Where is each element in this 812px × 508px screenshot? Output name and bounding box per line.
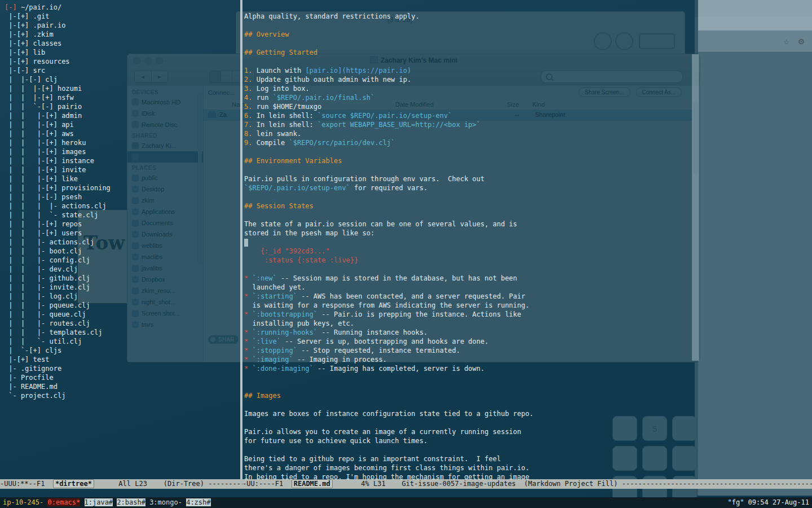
dirtree-entry[interactable]: |-[+] .git (5, 12, 240, 21)
dirtree-entry[interactable]: | | |-[-] psesh (5, 192, 240, 202)
dirtree-entry[interactable]: | | |- config.clj (5, 256, 240, 265)
modeline-buffer-name: *dirtree* (53, 479, 94, 488)
readme-line: for future use to achieve quick launch t… (244, 436, 812, 445)
readme-buffer[interactable]: Alpha quality, standard restrictions app… (242, 0, 812, 482)
modeline-readme: -UU:----F1 README.md 4% L31 Git-issue-00… (242, 479, 812, 489)
readme-line: Pair.io pulls in configuration through e… (244, 174, 812, 183)
readme-line: * `:done-imaging` -- Imaging has complet… (244, 364, 812, 373)
readme-line (244, 418, 812, 427)
readme-line: 5. run $HOME/tmuxgo (244, 102, 812, 111)
readme-line (244, 211, 812, 220)
statusbar-windows: 0:emacs* 1:java# 2:bash# 3:mongo- 4:zsh# (43, 498, 210, 506)
dirtree-entry[interactable]: | | | `- state.clj (5, 211, 240, 220)
readme-line: * `:running-hooks` -- Running instance h… (244, 328, 812, 337)
readme-line: 2. Update github oauth admin with new ip… (244, 75, 812, 84)
readme-line: ## Images (244, 391, 812, 400)
dirtree-entry[interactable]: | | |-[+] hozumi (5, 84, 240, 93)
modeline-info: 4% L31 Git-issue-0057-image-updates (Mar… (333, 480, 622, 488)
readme-line: * `:imaging` -- Imaging in process. (244, 355, 812, 364)
readme-line (244, 57, 812, 66)
dirtree-entry[interactable]: | | |- queue.clj (5, 310, 240, 319)
dirtree-entry[interactable]: | | |- actions.clj (5, 238, 240, 247)
readme-line: {:_id "392cd3..." (244, 247, 812, 256)
modeline-info: All L23 (Dir-Tree) (94, 480, 208, 488)
dirtree-entry[interactable]: |- README.md (5, 382, 240, 391)
dirtree-entry[interactable]: |- Procfile (5, 373, 240, 382)
dirtree-entry[interactable]: | | |-[+] nsfw (5, 93, 240, 102)
readme-line: 3. Log into box. (244, 84, 812, 93)
terminal[interactable]: [-] ~/pair.io/ |-[+] .git |-[+] .pair.io… (0, 0, 812, 508)
readme-line: * `:starting` -- AWS has been contacted,… (244, 292, 812, 301)
dirtree-entry[interactable]: | | |- pqueue.clj (5, 301, 240, 310)
modeline-dashes: ----------------------------------------… (208, 480, 242, 488)
tmux-window-0emacs: 0:emacs* (47, 498, 80, 506)
minibuffer[interactable] (0, 489, 812, 497)
readme-line (244, 400, 812, 409)
dirtree-entry[interactable]: | | |- dev.clj (5, 265, 240, 274)
readme-line: * `:bootstrapping` -- Pair.io is preppin… (244, 310, 812, 319)
readme-line: 9. Compile `$REPO/src/pairio/dev.clj` (244, 138, 812, 147)
dirtree-entry[interactable]: | | `- util.clj (5, 337, 240, 346)
dirtree-entry[interactable]: |-[+] lib (5, 48, 240, 57)
modeline-buffer-name: README.md (292, 479, 333, 488)
readme-line: Alpha quality, standard restrictions app… (244, 12, 812, 21)
dirtree-entry[interactable]: | |-[-] clj (5, 75, 240, 84)
dirtree-entry[interactable]: | | |-[+] admin (5, 111, 240, 120)
dirtree-entry[interactable]: `- project.clj (5, 391, 240, 400)
readme-line: 8. lein swank. (244, 129, 812, 138)
dirtree-entry[interactable]: |-[+] classes (5, 39, 240, 48)
dirtree-entry[interactable]: | | |-[+] like (5, 174, 240, 183)
readme-line: installing pub keys, etc. (244, 319, 812, 328)
dirtree-entry[interactable]: |-[+] resources (5, 57, 240, 66)
readme-line: Images are boxes of instance configurati… (244, 409, 812, 418)
dirtree-entry[interactable]: | | |- boot.clj (5, 247, 240, 256)
screen: Tow (3 of 25) Zachary Kim's Mac mini ◀▶ … (0, 0, 812, 508)
statusbar-clock: "fg" 09:54 27-Aug-11 (728, 497, 810, 508)
dirtree-entry[interactable]: | | |-[+] repos (5, 220, 240, 229)
statusbar-hostname: ip-10-245- (3, 498, 43, 506)
dirtree-entry[interactable]: | | |-[+] users (5, 229, 240, 238)
dirtree-entry[interactable]: [-] ~/pair.io/ (5, 3, 240, 12)
readme-line (244, 21, 812, 30)
tmux-window-1java: 1:java# (85, 498, 113, 506)
dirtree-entry[interactable]: | | |-[+] api (5, 120, 240, 129)
dirtree-entry[interactable]: | | |- github.clj (5, 274, 240, 283)
readme-line (244, 3, 812, 12)
readme-line: * `:new` -- Session map is stored in the… (244, 274, 812, 283)
dirtree-entry[interactable]: | | |-[+] heroku (5, 138, 240, 147)
readme-line: 7. In lein shell: `export WEBAPP_BASE_UR… (244, 120, 812, 129)
dirtree-entry[interactable]: | | |-[+] images (5, 147, 240, 156)
dirtree-entry[interactable]: | | |- routes.clj (5, 319, 240, 328)
tmux-window-2bash: 2:bash# (117, 498, 145, 506)
dirtree-entry[interactable]: |- .gitignore (5, 364, 240, 373)
dirtree-entry[interactable]: | | |-[+] provisioning (5, 183, 240, 192)
readme-line: ## Overview (244, 30, 812, 39)
dirtree-entry[interactable]: |-[+] test (5, 355, 240, 364)
tmux-statusbar: ip-10-245- 0:emacs* 1:java# 2:bash# 3:mo… (0, 497, 812, 508)
dirtree-entry[interactable]: | | | |- actions.clj (5, 202, 240, 211)
readme-line: ## Session States (244, 202, 812, 211)
dirtree-entry[interactable]: | | `-[-] pairio (5, 102, 240, 111)
readme-line: * `:live` -- Server is up, bootstrapping… (244, 337, 812, 346)
dirtree-entry[interactable]: |-[+] .pair.io (5, 21, 240, 30)
readme-line: is waiting for a response from AWS indic… (244, 301, 812, 310)
dirtree-entry[interactable]: |-[+] .zkim (5, 30, 240, 39)
dirtree-entry[interactable]: | | |-[+] aws (5, 129, 240, 138)
readme-line (244, 147, 812, 156)
dirtree-entry[interactable]: | | |- templates.clj (5, 328, 240, 337)
dirtree-entry[interactable]: | | |- invite.clj (5, 283, 240, 292)
readme-line: stored in the psesh map like so: (244, 229, 812, 238)
dirtree-buffer[interactable]: [-] ~/pair.io/ |-[+] .git |-[+] .pair.io… (0, 0, 240, 482)
dirtree-entry[interactable]: | | |-[+] invite (5, 165, 240, 174)
readme-line: 6. In lein shell: `source $REPO/.pair.io… (244, 111, 812, 120)
dirtree-entry[interactable]: | | |-[+] instance (5, 156, 240, 165)
readme-line: there's a danger of images becoming firs… (244, 463, 812, 472)
dirtree-entry[interactable]: | `-[+] cljs (5, 346, 240, 355)
dirtree-entry[interactable]: |-[-] src (5, 66, 240, 75)
readme-line: The state of a pair.io session can be on… (244, 220, 812, 229)
readme-line: * `:stopping` -- Stop requested, instanc… (244, 346, 812, 355)
dirtree-entry[interactable]: | | |- log.clj (5, 292, 240, 301)
readme-line: 1. Launch with [pair.io](https://pair.io… (244, 66, 812, 75)
readme-line: ## Getting Started (244, 48, 812, 57)
readme-line: Being tied to a github repo is an import… (244, 454, 812, 463)
